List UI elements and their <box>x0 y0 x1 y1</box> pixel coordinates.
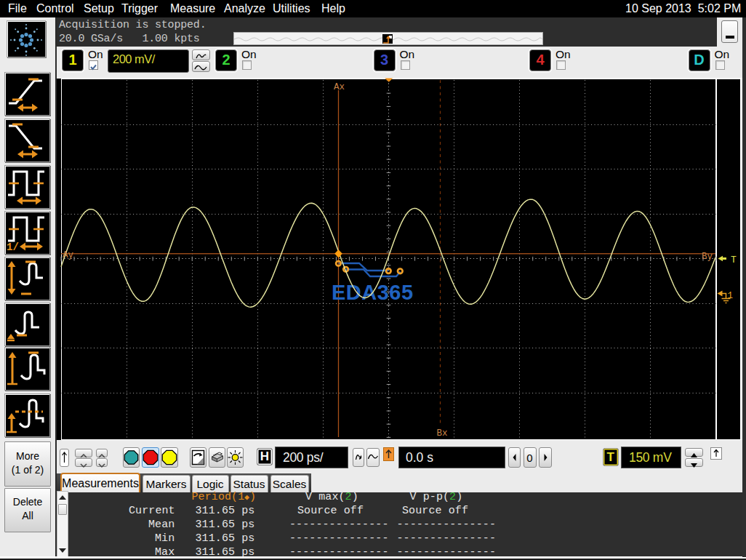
svg-text:Ay: Ay <box>63 250 74 260</box>
svg-text:T: T <box>731 255 737 265</box>
svg-text:By: By <box>702 252 713 262</box>
svg-text:1: 1 <box>728 291 734 301</box>
svg-text:Bx: Bx <box>437 428 448 439</box>
svg-text:Ax: Ax <box>334 82 345 92</box>
